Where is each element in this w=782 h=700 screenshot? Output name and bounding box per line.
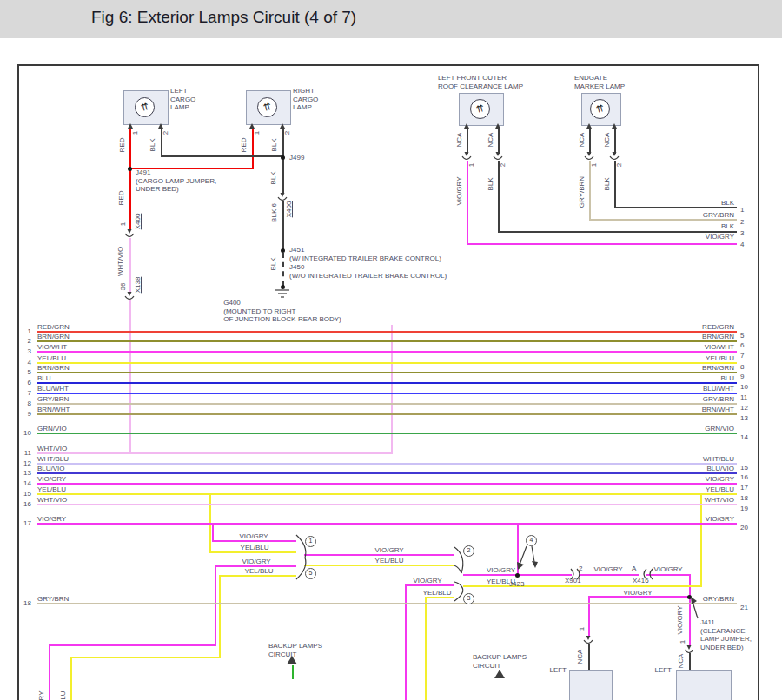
diagram-label: BLK: [721, 199, 734, 208]
wiring-diagram-canvas: LEFT CARGO LAMPRIGHT CARGO LAMP1RED2BLK1…: [0, 0, 782, 700]
wire: [700, 495, 702, 587]
diagram-label: BLK: [270, 171, 277, 184]
bulb-filament-arrows-icon: ⇈: [262, 102, 273, 113]
junction-dot: [281, 248, 285, 253]
diagram-label: 2: [616, 163, 623, 167]
wire: [589, 129, 591, 154]
diagram-label: 6: [28, 379, 31, 387]
diagram-label: J499: [289, 154, 304, 162]
diagram-label: YEL/BLU: [60, 691, 67, 700]
diagram-label: WHT/VIO: [705, 496, 734, 505]
diagram-label: (W/O INTEGRATED TRAILER BRAKE CONTROL): [289, 272, 447, 281]
diagram-label: 13: [740, 414, 748, 423]
diagram-label: GRY/BRN: [579, 176, 586, 208]
wire: [37, 433, 737, 434]
diagram-label: 12: [23, 459, 31, 468]
bulb-icon: ⇈: [257, 97, 277, 117]
diagram-label: 19: [740, 505, 748, 513]
diagram-label: YEL/BLU: [37, 354, 66, 363]
diagram-label: 4: [740, 241, 744, 249]
junction-dot: [128, 167, 132, 171]
diagram-label: 20: [740, 524, 748, 532]
wire: [212, 525, 214, 540]
diagram-label: VIO/GRY: [593, 565, 622, 574]
bulb-icon: ⇈: [590, 99, 610, 119]
diagram-label: NCA: [678, 654, 685, 669]
diagram-label: NCA: [579, 133, 586, 148]
diagram-label: BLK: [149, 138, 156, 151]
diagram-label: 15: [23, 490, 31, 499]
diagram-label: VIO/GRY: [413, 577, 441, 585]
wire: [689, 598, 691, 646]
diagram-label: 1: [579, 627, 586, 631]
diagram-label: 17: [740, 484, 748, 492]
diagram-label: 1: [679, 640, 686, 644]
diagram-label: RED/GRN: [37, 323, 70, 332]
circled-number: 3: [463, 593, 474, 604]
diagram-label: 10: [740, 383, 748, 392]
wire: [498, 231, 737, 233]
diagram-label: RED/GRN: [702, 323, 734, 332]
diagram-label: 2: [162, 131, 169, 135]
diagram-label: X416: [633, 577, 649, 585]
diagram-label: VIO/WHT: [705, 343, 734, 352]
wire: [49, 646, 50, 700]
diagram-label: 14: [23, 479, 31, 488]
diagram-label: YEL/BLU: [37, 485, 66, 494]
wire: [129, 238, 131, 293]
junction-dot: [515, 573, 520, 578]
diagram-label: VIO/GRY: [706, 475, 734, 484]
diagram-label: 1: [132, 131, 139, 135]
diagram-label: YEL/BLU: [245, 567, 274, 576]
wire: [467, 243, 737, 245]
wire: [467, 129, 468, 154]
diagram-label: 9: [28, 410, 31, 419]
wire: [467, 161, 468, 245]
bulb-filament-arrows-icon: ⇈: [475, 103, 486, 115]
wire: [161, 155, 284, 157]
diagram-label: BACKUP LAMPS CIRCUIT: [268, 642, 322, 658]
diagram-label: BLK: [270, 257, 277, 270]
wire: [517, 525, 519, 575]
wire: [129, 300, 131, 453]
diagram-label: 10: [23, 429, 31, 438]
wire: [689, 653, 691, 670]
diagram-label: VIO/GRY: [706, 233, 734, 241]
diagram-label: VIO/GRY: [374, 546, 403, 555]
diagram-label: J411 (CLEARANCE LAMP JUMPER, UNDER BED): [700, 618, 752, 651]
diagram-label: WHT/BLU: [703, 455, 734, 464]
wire: [579, 574, 639, 576]
diagram-label: NCA: [487, 133, 494, 148]
junction-dot: [281, 285, 285, 289]
diagram-label: BRN/GRN: [37, 364, 70, 373]
diagram-label: 6: [740, 341, 744, 350]
diagram-label: 3: [28, 347, 31, 356]
diagram-label: 13: [23, 469, 31, 478]
wire: [37, 472, 737, 474]
wire: [498, 161, 500, 233]
diagram-label: LEFT FRONT OUTER ROOF CLEARANCE LAMP: [438, 74, 523, 90]
diagram-label: J451: [289, 246, 304, 254]
wire: [282, 253, 284, 286]
diagram-label: GRY/BRN: [703, 595, 734, 604]
diagram-label: VIO/GRY: [456, 176, 463, 205]
wire: [425, 598, 427, 700]
wire: [614, 207, 737, 208]
diagram-label: 1: [591, 163, 598, 167]
diagram-label: BLK: [271, 138, 278, 151]
diagram-label: YEL/BLU: [706, 485, 734, 494]
diagram-label: 2: [500, 163, 507, 167]
diagram-label: WHT/BLU: [37, 455, 69, 464]
diagram-label: BRN/GRN: [702, 364, 734, 373]
bulb-icon: ⇈: [470, 99, 490, 119]
diagram-label: 36: [120, 283, 127, 291]
wire: [614, 129, 616, 154]
diagram-label: 2: [284, 131, 291, 135]
wire: [129, 169, 131, 230]
diagram-label: YEL/BLU: [706, 354, 734, 363]
diagram-label: LEFT CARGO LAMP: [170, 87, 196, 112]
diagram-label: NCA: [577, 650, 584, 664]
wire: [37, 362, 737, 364]
diagram-label: RIGHT CARGO LAMP: [293, 87, 318, 112]
diagram-label: LEFT: [549, 666, 567, 675]
